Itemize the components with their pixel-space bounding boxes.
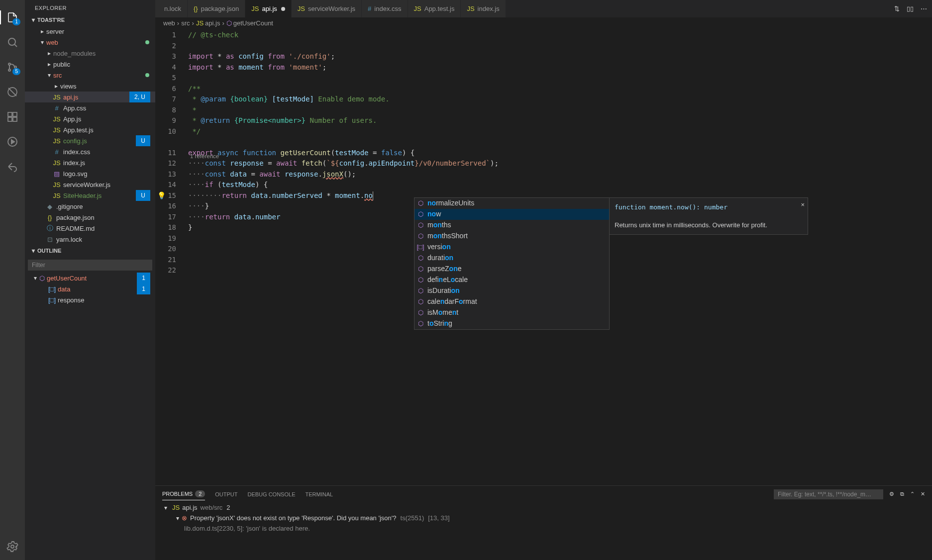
compare-icon[interactable]: ⇅ [894,5,900,12]
codelens[interactable]: 1 reference [190,151,219,162]
svg-rect-8 [13,112,17,116]
editor-tab[interactable]: JSapi.js [245,0,292,17]
folder-item[interactable]: ▾web [25,37,155,48]
activity-bar: 1 5 [0,0,25,560]
suggest-item[interactable]: ⬡isDuration [414,285,609,296]
outline-filter[interactable]: Filter [28,260,152,271]
source-control-icon[interactable]: 5 [5,60,19,74]
folder-item[interactable]: ▸node_modules [25,48,155,59]
suggest-item[interactable]: ⬡months [414,220,609,231]
svg-point-1 [8,63,10,65]
file-item[interactable]: JSSiteHeader.jsU [25,190,155,201]
svg-point-2 [8,69,10,71]
file-item[interactable]: ▨logo.svg [25,168,155,179]
lightbulb-icon[interactable]: 💡 [157,190,166,201]
editor-tabs: n.lock{}package.jsonJSapi.jsJSserviceWor… [155,0,932,17]
suggest-item[interactable]: ⬡isMoment [414,307,609,318]
svg-rect-7 [13,117,17,121]
project-header[interactable]: ▾TOAST'RE [25,14,155,26]
doc-description: Returns unix time in milliseconds. Overw… [615,220,803,231]
more-icon[interactable]: ⋯ [921,5,927,12]
svg-rect-5 [8,112,12,116]
svg-point-10 [11,545,14,548]
suggest-item[interactable]: ⬡normalizeUnits [414,198,609,209]
svg-point-0 [8,38,15,45]
suggest-widget[interactable]: ⬡normalizeUnits⬡now⬡months⬡monthsShort[□… [414,197,610,330]
panel: PROBLEMS2 OUTPUT DEBUG CONSOLE TERMINAL … [155,485,932,560]
suggest-item[interactable]: ⬡now [414,209,609,220]
suggest-item[interactable]: ⬡parseZone [414,264,609,275]
problem-item[interactable]: ▾⊗ Property 'jsonX' does not exist on ty… [162,513,925,523]
folder-item[interactable]: ▸server [25,26,155,37]
folder-item[interactable]: ▸views [25,81,155,92]
svg-rect-6 [8,117,12,121]
breadcrumb[interactable]: web›src›JSapi.js›⬡getUserCount [155,17,932,28]
outline-item[interactable]: [□] data1 [25,283,155,294]
search-icon[interactable] [5,35,19,49]
folder-item[interactable]: ▸public [25,59,155,70]
panel-tabs: PROBLEMS2 OUTPUT DEBUG CONSOLE TERMINAL … [155,486,932,502]
debug-icon[interactable] [5,85,19,99]
problem-related[interactable]: lib.dom.d.ts[2230, 5]: 'json' is declare… [162,523,925,534]
editor-tab[interactable]: {}package.json [188,0,245,17]
file-item[interactable]: #App.css [25,102,155,113]
problem-file[interactable]: ▾JS api.js web/src 2 [162,502,925,513]
file-item[interactable]: ⊡yarn.lock [25,234,155,245]
file-item[interactable]: JSserviceWorker.js [25,179,155,190]
file-item[interactable]: JSapi.js2, U [25,92,155,102]
close-panel-icon[interactable]: ✕ [921,491,925,497]
editor-tab[interactable]: JSindex.js [461,0,506,17]
explorer-icon[interactable]: 1 [5,10,19,24]
suggest-item[interactable]: ⬡monthsShort [414,231,609,242]
file-item[interactable]: #index.css [25,146,155,157]
editor-tab[interactable]: n.lock [155,0,188,17]
collapse-icon[interactable]: ⧉ [900,491,904,497]
sidebar-title: EXPLORER [25,0,155,14]
suggest-item[interactable]: ⬡calendarFormat [414,296,609,307]
tab-problems[interactable]: PROBLEMS2 [162,488,205,500]
doc-signature: function moment.now(): number [615,202,803,213]
close-icon[interactable]: × [801,199,805,210]
outline-header[interactable]: ▾OUTLINE [25,245,155,257]
main: n.lock{}package.jsonJSapi.jsJSserviceWor… [155,0,932,560]
tab-output[interactable]: OUTPUT [215,488,237,500]
run-icon[interactable] [5,135,19,149]
filter-settings-icon[interactable]: ⚙ [889,491,894,497]
editor-tab[interactable]: JSApp.test.js [408,0,461,17]
file-item[interactable]: ◆.gitignore [25,201,155,212]
liveshare-icon[interactable] [5,160,19,174]
file-item[interactable]: JSApp.test.js [25,124,155,135]
file-item[interactable]: {}package.json [25,212,155,223]
suggest-item[interactable]: ⬡defineLocale [414,275,609,285]
folder-item[interactable]: ▾src [25,70,155,81]
explorer-badge: 1 [12,18,20,25]
problems-list: ▾JS api.js web/src 2 ▾⊗ Property 'jsonX'… [155,502,932,560]
tab-terminal[interactable]: TERMINAL [305,488,333,500]
suggest-doc: × function moment.now(): number Returns … [609,197,808,235]
sidebar: EXPLORER ▾TOAST'RE ▸server▾web▸node_modu… [25,0,155,560]
editor-tab[interactable]: JSserviceWorker.js [292,0,362,17]
outline-item[interactable]: ▾⬡ getUserCount1 [25,273,155,283]
settings-icon[interactable] [5,540,19,554]
suggest-item[interactable]: ⬡duration [414,253,609,264]
file-item[interactable]: JSconfig.jsU [25,135,155,146]
editor[interactable]: 12345678910 111213141516171819202122 // … [155,28,932,485]
file-item[interactable]: JSApp.js [25,113,155,124]
file-item[interactable]: JSindex.js [25,157,155,168]
suggest-item[interactable]: [□]version [414,242,609,253]
extensions-icon[interactable] [5,110,19,124]
chevron-up-icon[interactable]: ⌃ [910,491,915,497]
problems-filter[interactable]: Filter. Eg: text, **/*.ts, !**/node_m… [774,489,883,499]
file-tree: ▸server▾web▸node_modules▸public▾src▸view… [25,26,155,245]
suggest-item[interactable]: ⬡toString [414,318,609,329]
editor-tab[interactable]: #index.css [362,0,408,17]
tab-debug-console[interactable]: DEBUG CONSOLE [248,488,296,500]
file-item[interactable]: ⓘREADME.md [25,223,155,234]
outline-item[interactable]: [□] response [25,294,155,305]
outline-tree: ▾⬡ getUserCount1[□] data1[□] response [25,273,155,560]
split-icon[interactable]: ▯▯ [907,5,914,12]
scm-badge: 5 [12,68,20,75]
